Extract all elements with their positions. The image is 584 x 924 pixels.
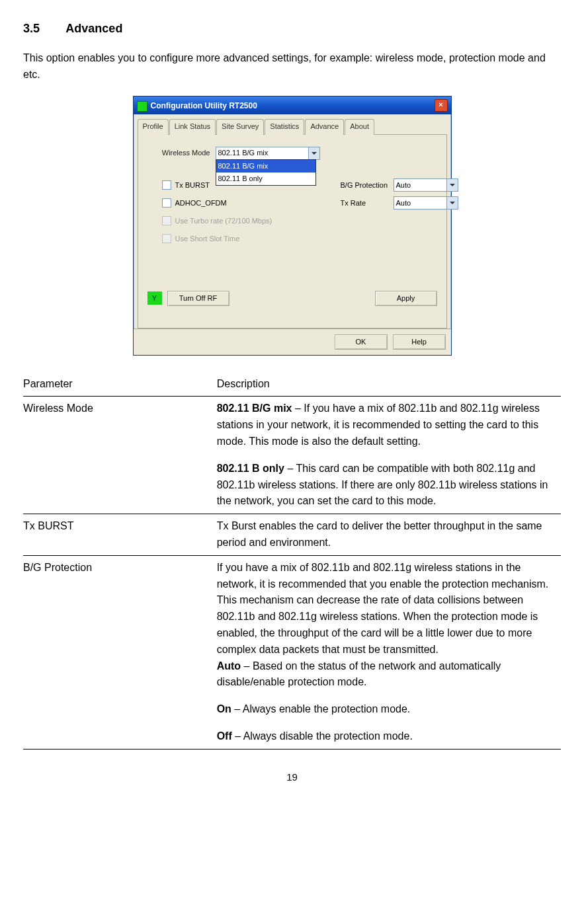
tab-profile[interactable]: Profile	[138, 119, 169, 134]
th-parameter: Parameter	[23, 372, 217, 397]
tab-about[interactable]: About	[345, 119, 374, 134]
chevron-down-icon[interactable]	[446, 179, 458, 191]
tab-site-survey[interactable]: Site Survey	[216, 119, 264, 134]
txburst-label: Tx BURST	[175, 180, 210, 191]
wireless-mode-opt-mix[interactable]: 802.11 B/G mix	[216, 160, 315, 173]
desc-bgprotection: If you have a mix of 802.11b and 802.11g…	[217, 555, 561, 749]
chevron-down-icon[interactable]	[308, 147, 319, 159]
intro-text: This option enables you to configure mor…	[23, 50, 561, 83]
txrate-label: Tx Rate	[341, 198, 394, 209]
bgprotection-dropdown[interactable]: Auto	[394, 178, 458, 192]
desc-wireless-mode: 802.11 B/G mix – If you have a mix of 80…	[217, 397, 561, 514]
tab-link-status[interactable]: Link Status	[169, 119, 216, 134]
page-number: 19	[23, 769, 561, 785]
rf-icon: Y	[147, 291, 162, 305]
shortslot-checkbox	[162, 234, 171, 243]
bgprotection-label: B/G Protection	[341, 180, 394, 191]
adhoc-checkbox[interactable]	[162, 198, 171, 208]
section-heading: 3.5 Advanced	[23, 20, 561, 38]
tab-body: Wireless Mode 802.11 B/G mix 802.11 B/G …	[138, 135, 447, 328]
txrate-value: Auto	[396, 198, 411, 209]
table-row: Wireless Mode 802.11 B/G mix – If you ha…	[23, 397, 561, 514]
turn-off-rf-button[interactable]: Turn Off RF	[167, 291, 229, 306]
shortslot-label: Use Short Slot Time	[175, 233, 240, 245]
app-icon	[137, 101, 147, 112]
txrate-dropdown[interactable]: Auto	[394, 196, 458, 210]
turbo-label: Use Turbo rate (72/100 Mbps)	[175, 215, 272, 227]
desc-txburst: Tx Burst enables the card to deliver the…	[217, 514, 561, 556]
wireless-mode-dropdown[interactable]: 802.11 B/G mix 802.11 B/G mix 802.11 B o…	[216, 147, 320, 160]
ok-button[interactable]: OK	[335, 334, 388, 350]
window-title: Configuration Utility RT2500	[151, 101, 257, 110]
tab-statistics[interactable]: Statistics	[265, 119, 304, 134]
turbo-checkbox	[162, 216, 171, 225]
param-txburst: Tx BURST	[23, 514, 217, 556]
help-button[interactable]: Help	[393, 334, 446, 350]
close-icon[interactable]: ×	[435, 99, 448, 112]
chevron-down-icon[interactable]	[446, 197, 458, 209]
txburst-checkbox[interactable]	[162, 180, 171, 190]
titlebar: Configuration Utility RT2500 ×	[134, 96, 451, 114]
th-description: Description	[217, 372, 561, 397]
apply-button[interactable]: Apply	[375, 291, 437, 306]
table-row: B/G Protection If you have a mix of 802.…	[23, 555, 561, 749]
param-wireless-mode: Wireless Mode	[23, 397, 217, 514]
tab-advance[interactable]: Advance	[305, 119, 344, 134]
parameter-table: Parameter Description Wireless Mode 802.…	[23, 372, 561, 750]
param-bgprotection: B/G Protection	[23, 555, 217, 749]
tab-row: Profile Link Status Site Survey Statisti…	[138, 118, 447, 134]
table-row: Tx BURST Tx Burst enables the card to de…	[23, 514, 561, 556]
bgprotection-value: Auto	[396, 180, 411, 191]
wireless-mode-label: Wireless Mode	[147, 147, 216, 159]
wireless-mode-list: 802.11 B/G mix 802.11 B only	[216, 159, 316, 186]
section-title: Advanced	[65, 22, 122, 35]
wireless-mode-value: 802.11 B/G mix	[218, 147, 269, 159]
adhoc-label: ADHOC_OFDM	[175, 198, 227, 209]
config-window: Configuration Utility RT2500 × Profile L…	[133, 96, 452, 355]
section-number: 3.5	[23, 20, 63, 38]
wireless-mode-opt-bonly[interactable]: 802.11 B only	[216, 173, 315, 185]
